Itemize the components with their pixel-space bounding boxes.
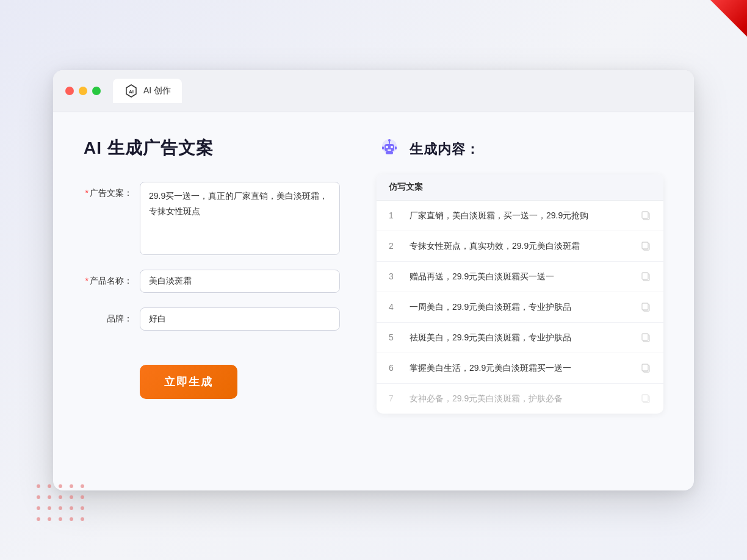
window-controls [65,87,101,95]
content-area: AI 生成广告文案 *广告文案： 29.9买一送一，真正的厂家直销，美白淡斑霜，… [53,112,694,490]
dot-decoration [37,484,87,523]
svg-rect-19 [642,303,648,310]
ad-copy-group: *广告文案： 29.9买一送一，真正的厂家直销，美白淡斑霜，专抹女性斑点 [84,182,340,255]
row-number: 3 [389,271,401,281]
product-name-required: * [85,276,88,285]
browser-window: AI AI 创作 AI 生成广告文案 *广告文案： 29.9买一送一，真正的厂家… [53,70,694,490]
submit-button[interactable]: 立即生成 [140,365,237,399]
row-text: 祛斑美白，29.9元美白淡斑霜，专业护肤品 [410,331,632,344]
svg-point-8 [388,139,391,142]
title-bar: AI AI 创作 [53,70,694,112]
right-panel: 生成内容： 仿写文案 1 厂家直销，美白淡斑霜，买一送一，29.9元抢购 2 专… [377,137,663,466]
result-header: 生成内容： [377,137,663,162]
svg-rect-10 [395,146,397,149]
row-number: 5 [389,332,401,342]
row-number: 6 [389,363,401,373]
row-text: 赠品再送，29.9元美白淡斑霜买一送一 [410,270,632,283]
tab-label: AI 创作 [143,85,171,96]
table-row: 1 厂家直销，美白淡斑霜，买一送一，29.9元抢购 [377,201,663,231]
svg-rect-11 [386,151,393,154]
close-button[interactable] [65,87,74,95]
robot-icon [377,137,402,162]
maximize-button[interactable] [92,87,101,95]
brand-group: 品牌： [84,307,340,331]
copy-icon[interactable] [640,332,651,343]
copy-icon[interactable] [640,271,651,282]
copy-icon[interactable] [640,362,651,373]
row-text: 一周美白，29.9元美白淡斑霜，专业护肤品 [410,301,632,314]
svg-rect-6 [388,149,391,151]
ai-tab[interactable]: AI AI 创作 [113,79,182,103]
product-name-label: *产品名称： [84,270,132,287]
page-title: AI 生成广告文案 [84,137,340,160]
left-panel: AI 生成广告文案 *广告文案： 29.9买一送一，真正的厂家直销，美白淡斑霜，… [84,137,340,466]
table-row: 6 掌握美白生活，29.9元美白淡斑霜买一送一 [377,353,663,384]
product-name-group: *产品名称： [84,270,340,293]
brand-label: 品牌： [84,307,132,325]
table-row: 3 赠品再送，29.9元美白淡斑霜买一送一 [377,262,663,292]
row-number: 1 [389,210,401,220]
product-name-input[interactable] [140,270,340,293]
copy-icon[interactable] [640,393,651,404]
ad-copy-input[interactable]: 29.9买一送一，真正的厂家直销，美白淡斑霜，专抹女性斑点 [140,182,340,255]
svg-rect-9 [382,146,384,149]
table-row: 5 祛斑美白，29.9元美白淡斑霜，专业护肤品 [377,323,663,353]
svg-rect-21 [642,334,648,340]
ad-copy-required: * [85,188,88,198]
row-number: 4 [389,302,401,312]
copy-icon[interactable] [640,210,651,221]
table-row: 7 女神必备，29.9元美白淡斑霜，护肤必备 [377,384,663,414]
ad-copy-label: *广告文案： [84,182,132,199]
svg-text:AI: AI [129,89,134,95]
svg-point-5 [391,146,393,148]
row-number: 7 [389,393,401,403]
minimize-button[interactable] [79,87,87,95]
svg-rect-25 [642,395,648,401]
row-text: 专抹女性斑点，真实功效，29.9元美白淡斑霜 [410,240,632,253]
result-table: 仿写文案 1 厂家直销，美白淡斑霜，买一送一，29.9元抢购 2 专抹女性斑点，… [377,174,663,414]
row-text: 女神必备，29.9元美白淡斑霜，护肤必备 [410,392,632,405]
copy-icon[interactable] [640,240,651,251]
table-row: 4 一周美白，29.9元美白淡斑霜，专业护肤品 [377,292,663,323]
table-header: 仿写文案 [377,174,663,201]
svg-rect-13 [642,212,648,218]
copy-icon[interactable] [640,301,651,312]
svg-rect-15 [642,242,648,249]
svg-rect-23 [642,364,648,371]
table-row: 2 专抹女性斑点，真实功效，29.9元美白淡斑霜 [377,231,663,262]
svg-point-4 [386,146,388,148]
row-text: 厂家直销，美白淡斑霜，买一送一，29.9元抢购 [410,209,632,222]
row-text: 掌握美白生活，29.9元美白淡斑霜买一送一 [410,362,632,375]
row-number: 2 [389,241,401,251]
ai-tab-icon: AI [124,84,139,98]
brand-input[interactable] [140,307,340,331]
result-title: 生成内容： [410,140,480,159]
svg-rect-17 [642,273,648,279]
